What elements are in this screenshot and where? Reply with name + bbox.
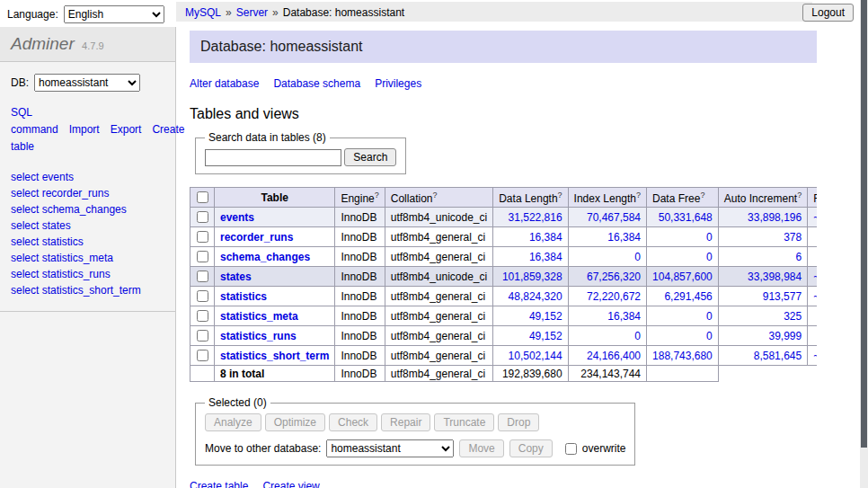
move-db-select[interactable]: homeassistant [326, 439, 454, 457]
data_length-link[interactable]: 16,384 [529, 251, 562, 263]
sidebar-select-link[interactable]: select statistics [11, 234, 164, 250]
analyze-button[interactable]: Analyze [205, 413, 261, 431]
data_free-link[interactable]: 0 [706, 330, 713, 342]
table-name-link[interactable]: statistics [220, 290, 267, 303]
data_length-link[interactable]: 48,824,320 [509, 290, 562, 303]
data_free-link[interactable]: 50,331,648 [659, 211, 713, 224]
db-action-link[interactable]: Privileges [375, 77, 421, 90]
index_length-link[interactable]: 72,220,672 [587, 290, 641, 303]
index_length-link[interactable]: 16,384 [607, 310, 641, 323]
language-select[interactable]: English [64, 5, 164, 23]
sidebar-link[interactable]: Import [69, 123, 100, 136]
row-checkbox[interactable] [197, 271, 208, 282]
check-button[interactable]: Check [329, 413, 377, 431]
row-checkbox[interactable] [197, 350, 208, 361]
drop-button[interactable]: Drop [498, 413, 539, 431]
auto_increment-link[interactable]: 33,398,984 [748, 271, 802, 283]
sidebar-select-link[interactable]: select states [11, 217, 164, 234]
db-select[interactable]: homeassistant [34, 74, 140, 92]
scrollbar-thumb[interactable] [861, 0, 867, 448]
sidebar-select-link[interactable]: select statistics_meta [11, 250, 164, 266]
copy-button[interactable]: Copy [509, 439, 553, 457]
cell-engine: InnoDB [335, 227, 385, 247]
table-name-link[interactable]: statistics_runs [220, 330, 297, 342]
overwrite-checkbox[interactable] [565, 443, 577, 455]
rows-link[interactable]: ~ 299,833 [813, 271, 817, 283]
rows-link[interactable]: ~ 312,180 [813, 211, 817, 224]
auto_increment-link[interactable]: 325 [784, 310, 802, 323]
data_free-link[interactable]: 104,857,600 [652, 271, 713, 283]
help-link[interactable]: ? [797, 192, 802, 205]
select-all-checkbox[interactable] [197, 191, 208, 203]
sidebar-select-link[interactable]: select recorder_runs [11, 185, 164, 201]
data_length-link[interactable]: 10,502,144 [509, 350, 562, 362]
breadcrumb-link[interactable]: Server [236, 6, 268, 19]
optimize-button[interactable]: Optimize [265, 413, 325, 431]
auto_increment-link[interactable]: 8,581,645 [754, 350, 802, 362]
table-name-link[interactable]: states [220, 271, 252, 283]
cell-engine: InnoDB [335, 346, 385, 366]
sidebar-select-link[interactable]: select events [11, 169, 164, 185]
table-name-link[interactable]: events [220, 211, 254, 224]
sidebar-link[interactable]: Export [111, 123, 142, 136]
auto_increment-link[interactable]: 39,999 [768, 330, 802, 342]
index_length-link[interactable]: 24,166,400 [587, 350, 641, 362]
rows-link[interactable]: ~ 136,108 [813, 350, 817, 362]
help-link[interactable]: ? [432, 192, 437, 205]
auto_increment-link[interactable]: 378 [784, 231, 802, 244]
sidebar-select-link[interactable]: select statistics_runs [11, 266, 164, 282]
repair-button[interactable]: Repair [381, 413, 430, 431]
row-checkbox[interactable] [197, 211, 208, 223]
rows-link[interactable]: ~ 569,159 [813, 290, 817, 303]
data_free-link[interactable]: 0 [706, 231, 713, 244]
index_length-link[interactable]: 67,256,320 [587, 271, 641, 283]
cell-rows: ~ 244 [808, 306, 817, 326]
table-name-link[interactable]: statistics_short_term [220, 350, 329, 362]
create-table-link[interactable]: Create table [190, 480, 248, 488]
data_length-link[interactable]: 101,859,328 [502, 271, 562, 283]
row-checkbox[interactable] [197, 290, 208, 302]
sidebar-select-link[interactable]: select statistics_short_term [11, 282, 164, 298]
auto_increment-link[interactable]: 6 [795, 251, 802, 263]
sidebar-link[interactable]: SQL command [11, 106, 58, 136]
data_length-link[interactable]: 49,152 [529, 310, 562, 323]
breadcrumb-link[interactable]: MySQL [185, 6, 221, 19]
db-action-link[interactable]: Alter database [190, 77, 259, 90]
db-action-link[interactable]: Database schema [273, 77, 360, 90]
scrollbar-track[interactable] [860, 0, 868, 488]
help-link[interactable]: ? [375, 192, 379, 205]
row-checkbox[interactable] [197, 251, 208, 262]
table-row: statistics_runsInnoDButf8mb4_general_ci4… [190, 326, 818, 346]
data_free-link[interactable]: 188,743,680 [652, 350, 713, 362]
table-name-link[interactable]: schema_changes [220, 251, 310, 263]
sidebar-select-link[interactable]: select schema_changes [11, 201, 164, 217]
cell-table-name: states [215, 267, 335, 287]
table-name-link[interactable]: recorder_runs [220, 231, 293, 244]
data_length-link[interactable]: 16,384 [529, 231, 562, 244]
data_free-link[interactable]: 0 [706, 310, 713, 323]
help-link[interactable]: ? [558, 192, 562, 205]
data_length-link[interactable]: 49,152 [529, 330, 562, 342]
index_length-link[interactable]: 0 [634, 330, 641, 342]
data_length-link[interactable]: 31,522,816 [509, 211, 562, 224]
move-button[interactable]: Move [459, 439, 503, 457]
index_length-link[interactable]: 70,467,584 [587, 211, 641, 224]
auto_increment-link[interactable]: 33,898,196 [748, 211, 802, 224]
search-button[interactable]: Search [344, 148, 396, 166]
truncate-button[interactable]: Truncate [434, 413, 494, 431]
row-checkbox[interactable] [197, 310, 208, 322]
index_length-link[interactable]: 16,384 [607, 231, 641, 244]
data_free-link[interactable]: 6,291,456 [664, 290, 712, 303]
row-checkbox[interactable] [197, 231, 208, 243]
search-input[interactable] [205, 149, 341, 166]
logout-button[interactable]: Logout [802, 4, 854, 22]
help-link[interactable]: ? [636, 192, 641, 205]
data_free-link[interactable]: 0 [706, 251, 713, 263]
total-row: 8 in totalInnoDButf8mb4_general_ci192,83… [190, 366, 818, 382]
table-name-link[interactable]: statistics_meta [220, 310, 298, 323]
row-checkbox[interactable] [197, 330, 208, 342]
auto_increment-link[interactable]: 913,577 [763, 290, 802, 303]
create-view-link[interactable]: Create view [262, 480, 319, 488]
index_length-link[interactable]: 0 [634, 251, 641, 263]
help-link[interactable]: ? [700, 192, 704, 205]
